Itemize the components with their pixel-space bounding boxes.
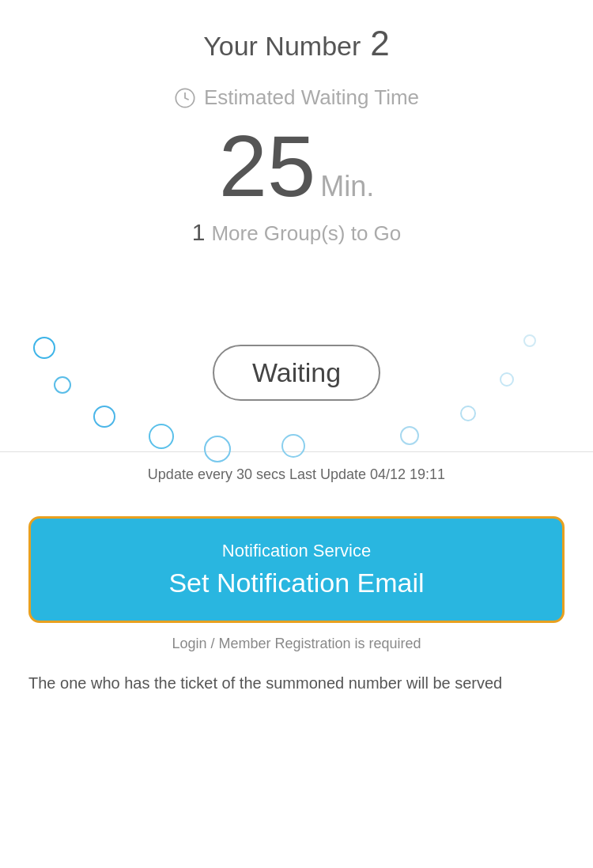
top-section: Your Number 2 Estimated Waiting Time 25 … [0,0,593,293]
groups-label: More Group(s) to Go [211,221,401,246]
bubble-circle-6 [281,434,305,458]
notification-email-label: Set Notification Email [168,568,424,598]
clock-icon [174,87,196,109]
bubble-circle-2 [54,376,71,394]
bubble-circle-7 [400,426,419,445]
notification-service-label: Notification Service [222,541,371,561]
estimated-row: Estimated Waiting Time [174,85,419,110]
your-number-row: Your Number 2 [203,24,390,63]
notification-section: Notification Service Set Notification Em… [0,497,593,671]
bubble-circle-3 [93,406,115,428]
notification-button[interactable]: Notification Service Set Notification Em… [28,516,565,623]
your-number-label: Your Number [203,31,361,62]
waiting-badge: Waiting [213,345,380,401]
time-value: 25 [219,123,315,209]
login-required-text: Login / Member Registration is required [172,636,421,652]
estimated-waiting-label: Estimated Waiting Time [204,85,419,110]
time-unit: Min. [320,170,374,203]
animation-area: Waiting [0,293,593,451]
groups-row: 1 More Group(s) to Go [192,219,402,246]
bubble-circle-5 [204,436,231,462]
groups-number: 1 [192,219,206,246]
time-row: 25 Min. [219,123,374,209]
bubble-circle-1 [33,337,55,359]
bubble-circle-9 [500,372,514,387]
your-number-value: 2 [370,24,389,63]
update-info: Update every 30 secs Last Update 04/12 1… [0,451,593,497]
bubble-circle-10 [523,334,536,347]
bubble-circle-4 [149,424,174,449]
waiting-text: Waiting [252,357,341,387]
bubble-circle-8 [460,406,476,421]
description-text: The one who has the ticket of the summon… [0,671,593,695]
